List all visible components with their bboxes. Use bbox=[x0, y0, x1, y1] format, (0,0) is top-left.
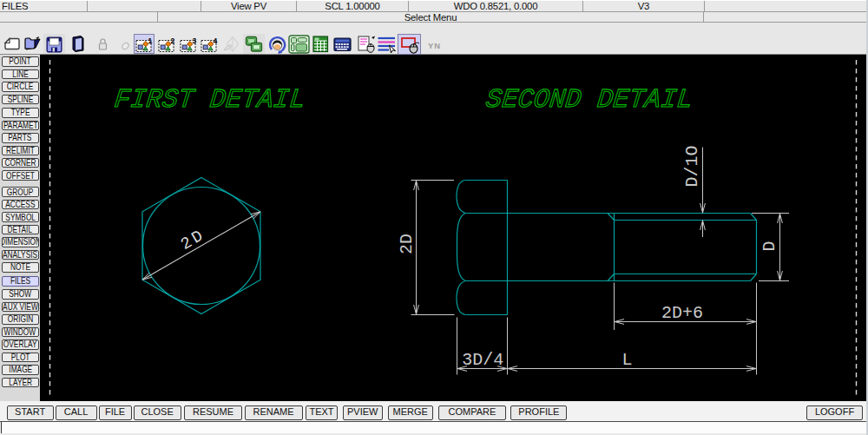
svg-text:SECOND DETAIL: SECOND DETAIL bbox=[484, 86, 694, 115]
svg-text:1: 1 bbox=[148, 37, 153, 45]
svg-text:2: 2 bbox=[171, 37, 175, 45]
svg-text:FIRST DETAIL: FIRST DETAIL bbox=[113, 86, 306, 115]
svg-text:3D/4: 3D/4 bbox=[463, 350, 504, 370]
svg-text:D: D bbox=[760, 241, 779, 251]
svg-text:2D: 2D bbox=[397, 234, 417, 254]
svg-text:2D+6: 2D+6 bbox=[661, 303, 703, 323]
svg-text:3: 3 bbox=[192, 37, 196, 45]
svg-text:D/1O: D/1O bbox=[682, 145, 702, 187]
svg-text:4: 4 bbox=[214, 37, 218, 45]
svg-text:L: L bbox=[622, 350, 633, 370]
